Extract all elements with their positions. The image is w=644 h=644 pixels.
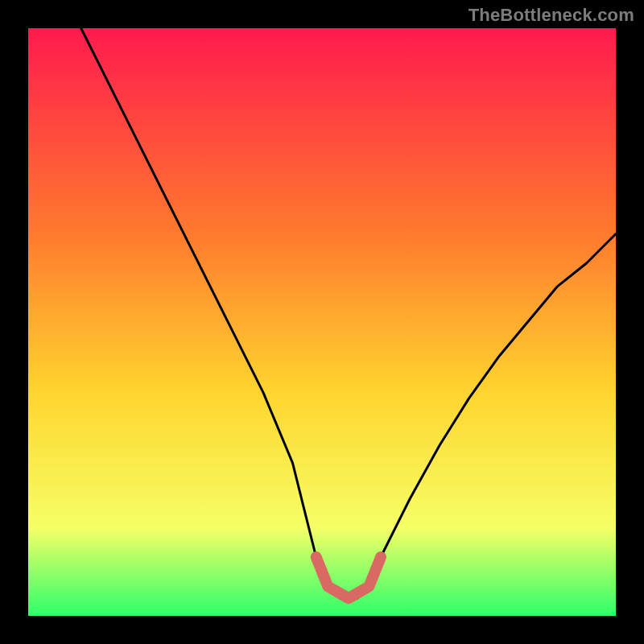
bottleneck-chart bbox=[28, 28, 616, 616]
watermark-text: TheBottleneck.com bbox=[469, 5, 634, 26]
chart-frame: TheBottleneck.com bbox=[0, 0, 644, 644]
plot-area bbox=[28, 28, 616, 616]
